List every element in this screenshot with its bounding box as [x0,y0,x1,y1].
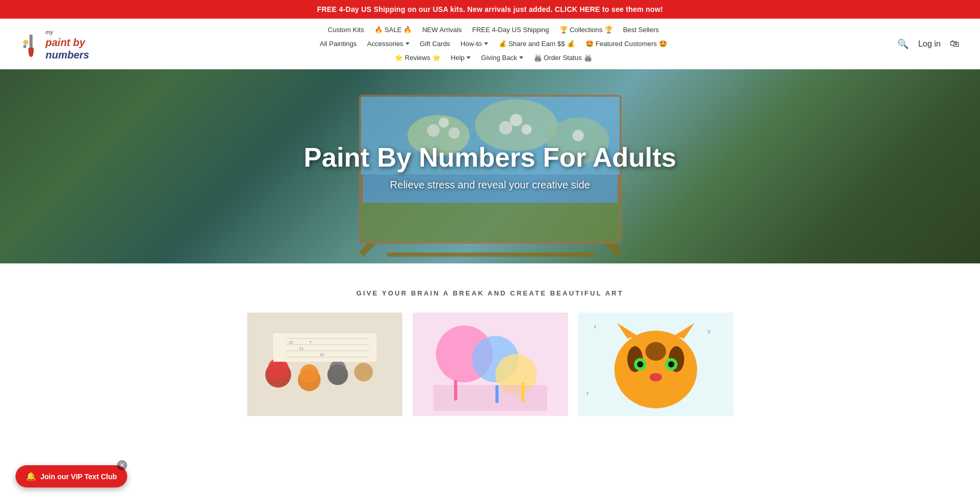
site-header: my paint by numbers Custom Kits 🔥 SALE 🔥… [0,19,980,69]
svg-text:22: 22 [289,340,293,345]
svg-point-17 [521,124,532,135]
svg-point-54 [668,361,674,367]
svg-rect-45 [521,382,524,402]
nav-free-shipping[interactable]: FREE 4-Day US Shipping [468,24,553,36]
svg-text:11: 11 [299,346,304,351]
login-button[interactable]: Log in [918,39,941,49]
nav-help-dropdown[interactable]: Help [447,52,475,64]
chevron-down-icon [519,56,523,59]
logo-text: my paint by numbers [46,26,89,61]
logo-link[interactable]: my paint by numbers [21,26,89,61]
svg-rect-43 [454,380,457,401]
nav-gift-cards[interactable]: Gift Cards [416,38,455,50]
svg-point-15 [448,127,460,139]
header-icons: 🔍 Log in 🛍 [897,38,959,50]
svg-point-16 [510,114,522,126]
nav-row-2: All Paintings Accessories Gift Cards How… [315,38,671,50]
svg-point-53 [637,361,643,367]
svg-point-18 [499,121,512,135]
chevron-down-icon [405,42,410,45]
hero-section: Paint By Numbers For Adults Relieve stre… [0,69,980,263]
cart-icon: 🛍 [950,38,959,49]
nav-share-earn[interactable]: 💰 Share and Earn $$ 💰 [494,38,579,50]
section-label: GIVE YOUR BRAIN A BREAK AND CREATE BEAUT… [21,289,959,297]
svg-rect-20 [361,203,620,242]
svg-point-27 [329,360,346,377]
svg-text:1: 1 [594,324,596,329]
nav-reviews[interactable]: ⭐ Reviews ⭐ [390,52,444,64]
nav-order-status[interactable]: 🖨️ Order Status 🖨️ [530,52,596,64]
svg-point-13 [427,124,440,137]
svg-point-19 [572,130,584,141]
main-nav: Custom Kits 🔥 SALE 🔥 NEW Arrivals FREE 4… [89,24,897,64]
svg-text:15: 15 [320,352,324,357]
svg-text:7: 7 [309,340,312,345]
nav-custom-kits[interactable]: Custom Kits [324,24,368,36]
svg-point-50 [645,342,666,361]
nav-accessories-dropdown[interactable]: Accessories [363,38,414,50]
search-button[interactable]: 🔍 [897,38,909,50]
nav-giving-back-dropdown[interactable]: Giving Back [477,52,527,64]
svg-text:3: 3 [707,329,710,334]
svg-point-4 [23,45,26,48]
card-2-image [413,313,568,416]
announcement-text: FREE 4-Day US Shipping on our USA kits. … [317,5,663,13]
user-icon: Log in [918,39,941,49]
product-cards-row: 22 11 7 15 [21,313,959,416]
chevron-down-icon [466,56,471,59]
hero-headline: Paint By Numbers For Adults [304,142,676,173]
svg-point-25 [300,364,319,383]
svg-rect-29 [273,333,376,362]
product-card-2[interactable] [413,313,568,416]
nav-best-sellers[interactable]: Best Sellers [619,24,663,36]
svg-point-14 [439,117,449,128]
logo-brush-icon [21,29,41,58]
svg-rect-0 [29,35,33,49]
svg-text:7: 7 [586,391,589,396]
product-card-1[interactable]: 22 11 7 15 [247,313,402,416]
svg-point-2 [29,52,33,57]
cart-button[interactable]: 🛍 [950,38,959,49]
product-card-3[interactable]: 1 3 7 [578,313,733,416]
svg-point-55 [650,373,662,381]
hero-subheadline: Relieve stress and reveal your creative … [304,179,676,191]
nav-collections[interactable]: 🏆 Collections 🏆 [555,24,617,36]
search-icon: 🔍 [897,38,909,50]
nav-howto-dropdown[interactable]: How-to [456,38,492,50]
card-1-image: 22 11 7 15 [247,313,402,416]
svg-rect-42 [433,385,547,411]
svg-rect-44 [495,385,499,403]
nav-new-arrivals[interactable]: NEW Arrivals [418,24,466,36]
nav-sale[interactable]: 🔥 SALE 🔥 [370,24,416,36]
content-section: GIVE YOUR BRAIN A BREAK AND CREATE BEAUT… [0,263,980,442]
nav-all-paintings[interactable]: All Paintings [315,38,361,50]
svg-point-3 [23,40,28,45]
chevron-down-icon [484,42,488,45]
hero-text: Paint By Numbers For Adults Relieve stre… [304,142,676,191]
card-3-image: 1 3 7 [578,313,733,416]
nav-featured-customers[interactable]: 🤩 Featured Customers 🤩 [581,38,671,50]
nav-row-1: Custom Kits 🔥 SALE 🔥 NEW Arrivals FREE 4… [324,24,663,36]
nav-row-3: ⭐ Reviews ⭐ Help Giving Back 🖨️ Order St… [390,52,596,64]
svg-point-28 [354,363,373,381]
announcement-bar[interactable]: FREE 4-Day US Shipping on our USA kits. … [0,0,980,19]
